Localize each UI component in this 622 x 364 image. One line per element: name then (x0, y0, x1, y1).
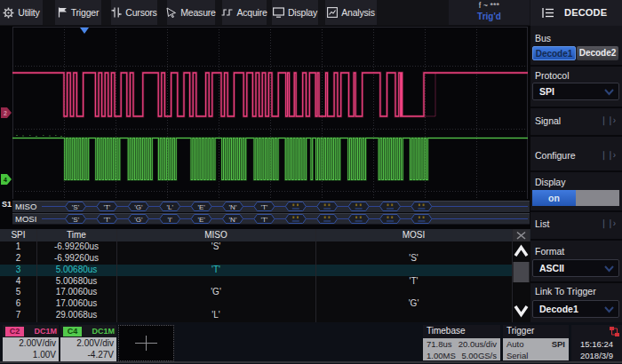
svg-text:'S': 'S' (72, 203, 80, 211)
svg-text:'E': 'E' (197, 216, 205, 224)
svg-text:'L': 'L' (166, 203, 173, 211)
svg-text:'G': 'G' (134, 203, 143, 211)
svg-text:'N': 'N' (229, 203, 237, 211)
svg-text:'T': 'T' (260, 216, 267, 224)
svg-text:'T': 'T' (103, 216, 110, 224)
svg-text:'T': 'T' (260, 203, 267, 211)
svg-text:'N': 'N' (229, 216, 237, 224)
svg-text:'S': 'S' (72, 216, 80, 224)
svg-text:'T': 'T' (103, 203, 110, 211)
svg-text:'I': 'I' (168, 216, 173, 224)
svg-text:'G': 'G' (134, 216, 143, 224)
svg-text:'E': 'E' (197, 203, 205, 211)
